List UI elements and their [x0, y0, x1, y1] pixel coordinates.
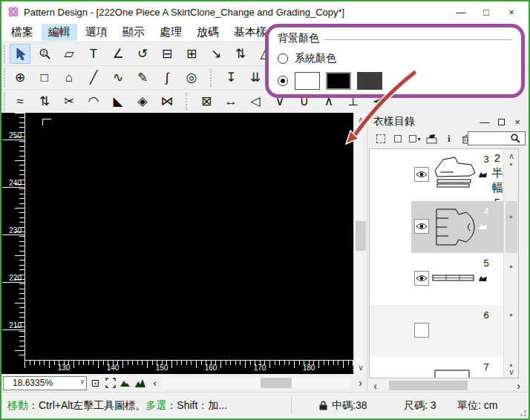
canvas-hscroll-thumb[interactable]: [261, 378, 292, 388]
chevron-down-icon[interactable]: ∨: [79, 378, 85, 385]
export-piece-button[interactable]: [425, 132, 439, 145]
panel-close-button[interactable]: ×: [509, 115, 526, 128]
canvas-vscroll-thumb[interactable]: [356, 221, 366, 251]
scroll-down-arrow[interactable]: ∨: [354, 361, 367, 373]
visibility-checkbox[interactable]: [414, 167, 429, 182]
close-button[interactable]: ×: [499, 3, 524, 21]
scroll-down-arrow[interactable]: ∨: [504, 366, 519, 378]
seam-angle-tool-button[interactable]: ∠: [108, 44, 128, 64]
zoom-level-combobox[interactable]: 18.6335% ∨: [3, 376, 87, 390]
panel-restore-button[interactable]: [493, 115, 509, 128]
dart-left-tool-button[interactable]: ◁: [245, 91, 266, 111]
custom-color-radio[interactable]: [278, 76, 288, 86]
curve-tool-button[interactable]: ∿: [108, 68, 128, 88]
text-tool-button[interactable]: T: [83, 44, 104, 64]
panel-horizontal-scrollbar[interactable]: ‹ ›: [369, 379, 525, 392]
corner-tool-button[interactable]: ◣: [108, 91, 128, 111]
color-swatch-black[interactable]: [326, 72, 351, 90]
spiral-tool-button[interactable]: ◎: [181, 68, 202, 88]
scroll-right-arrow[interactable]: ›: [354, 377, 367, 390]
list-item[interactable]: 5: [370, 253, 505, 305]
panel-hscroll-thumb[interactable]: [389, 381, 468, 390]
panel-hscroll-track[interactable]: [382, 380, 510, 391]
drawing-canvas[interactable]: 250 240 230 220 210 130 140 150 160 170 …: [1, 113, 353, 374]
toolbar-drag-handle[interactable]: [4, 69, 7, 87]
menu-options[interactable]: 選項: [79, 24, 114, 41]
list-vertical-scrollbar[interactable]: ∧ ∨: [503, 149, 518, 378]
piece-thumbnail: [432, 369, 472, 378]
visibility-checkbox[interactable]: [414, 219, 429, 234]
grade-point-tool-button[interactable]: ⇅: [230, 44, 251, 64]
minimize-button[interactable]: —: [448, 3, 474, 21]
copy-piece-button[interactable]: [390, 132, 405, 145]
list-item[interactable]: 6: [370, 305, 505, 357]
piece-info-button[interactable]: i: [442, 132, 457, 145]
list-item[interactable]: 3 2半 幅5: [370, 149, 505, 201]
maximize-button[interactable]: □: [474, 3, 499, 21]
flip-vertical-tool-button[interactable]: ⇅: [34, 91, 55, 111]
piece-search-box[interactable]: [468, 131, 526, 145]
search-icon[interactable]: [510, 133, 521, 144]
polygon-tool-button[interactable]: ⌂: [59, 68, 79, 88]
show-small-pieces-icon[interactable]: [119, 377, 131, 390]
show-all-pieces-icon[interactable]: [134, 377, 146, 390]
mirror-tool-button[interactable]: ◈: [132, 91, 153, 111]
angle-icon: ∠: [112, 46, 123, 62]
menu-display[interactable]: 顯示: [116, 24, 151, 41]
color-swatch-white[interactable]: [295, 72, 320, 90]
rectangle-tool-button[interactable]: □: [34, 68, 55, 88]
copy-options-button[interactable]: ▾: [408, 132, 422, 145]
flag-icon: [478, 223, 488, 230]
scroll-up-arrow[interactable]: ∧: [504, 150, 519, 162]
list-item-selected[interactable]: 4: [370, 201, 505, 253]
trace-curve-tool-button[interactable]: ∫: [157, 68, 177, 88]
move-y-tool-button[interactable]: ⊞: [181, 44, 202, 64]
zoom-level-value: 18.6335%: [13, 378, 53, 388]
menu-edit[interactable]: 編輯: [42, 24, 77, 41]
lock-icon: [319, 401, 327, 410]
resize-grip[interactable]: [524, 414, 526, 416]
toolbar-drag-handle[interactable]: [4, 93, 7, 111]
edit-curve-tool-button[interactable]: ✎: [132, 68, 153, 88]
color-swatch-gray[interactable]: [357, 72, 382, 90]
hem-curve-tool-button[interactable]: ≈: [10, 91, 30, 111]
notch-tool-button[interactable]: ⋈: [157, 91, 177, 111]
move-point-tool-button[interactable]: ⊕: [10, 68, 30, 88]
menu-file[interactable]: 檔案: [4, 24, 40, 41]
visibility-checkbox-unchecked[interactable]: [414, 323, 429, 338]
system-color-radio[interactable]: [278, 53, 288, 64]
search-input[interactable]: [468, 133, 510, 144]
cut-tool-button[interactable]: ✂: [59, 91, 79, 111]
dart-arc-tool-button[interactable]: ◠: [83, 91, 104, 111]
toolbar-drag-handle[interactable]: [4, 45, 7, 63]
move-x-tool-button[interactable]: ⊟: [157, 44, 177, 64]
zoom-tool-button[interactable]: Z: [34, 44, 55, 64]
list-vscroll-thumb[interactable]: [506, 201, 517, 253]
visibility-checkbox[interactable]: [414, 271, 429, 286]
menu-process[interactable]: 處理: [153, 24, 189, 41]
seam-allowance-tool-button[interactable]: ⊠: [196, 91, 217, 111]
fit-corners-icon: [105, 378, 116, 388]
ruler-tool-button[interactable]: ▱: [59, 44, 79, 64]
panel-minimize-button[interactable]: —: [477, 115, 493, 128]
crop-view-icon[interactable]: ⊡: [89, 377, 102, 390]
marquee-select-button[interactable]: [373, 132, 388, 145]
fit-view-icon[interactable]: [104, 377, 117, 390]
scroll-left-arrow[interactable]: ‹: [148, 377, 161, 390]
menu-grading[interactable]: 放碼: [190, 24, 226, 41]
canvas-vertical-scrollbar[interactable]: ∧ ∨: [353, 113, 367, 374]
line-tool-button[interactable]: ╱: [83, 68, 104, 88]
scroll-left-arrow[interactable]: ‹: [369, 379, 382, 392]
canvas-horizontal-scrollbar[interactable]: [163, 377, 350, 389]
select-tool-button[interactable]: [10, 44, 30, 64]
cross-point-tool-button[interactable]: ⇊: [245, 68, 266, 88]
grade-xy-icon: ↘: [211, 46, 221, 62]
scroll-right-arrow[interactable]: ›: [512, 379, 525, 392]
width-measure-tool-button[interactable]: ↔: [220, 91, 241, 111]
mountain-small-icon: [120, 378, 131, 387]
grade-xy-tool-button[interactable]: ↘: [206, 44, 226, 64]
rotate-tool-button[interactable]: ↺: [132, 44, 153, 64]
drop-point-tool-button[interactable]: ↧: [220, 68, 241, 88]
scroll-up-arrow[interactable]: ∧: [354, 114, 367, 125]
list-item[interactable]: 7: [370, 357, 505, 378]
